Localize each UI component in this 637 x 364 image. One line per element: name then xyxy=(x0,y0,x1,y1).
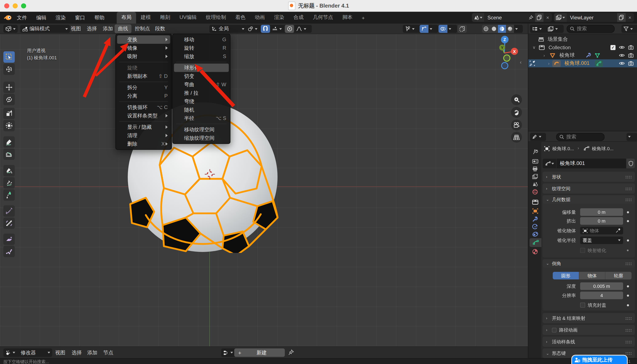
outliner-row-mesh-object[interactable]: › 棱角球 xyxy=(528,51,637,59)
shading-solid-button[interactable] xyxy=(490,25,498,33)
tab-texture-paint[interactable]: 纹理绘制 xyxy=(201,12,231,24)
new-viewlayer-copy-icon[interactable] xyxy=(617,13,626,22)
tool-rotate[interactable] xyxy=(3,94,15,105)
taper-object-field[interactable]: 物体 xyxy=(580,227,623,234)
menu-item-spin[interactable]: 旋绕 xyxy=(116,64,171,72)
panel-grip[interactable] xyxy=(625,340,631,343)
gizmo-toggle[interactable] xyxy=(419,25,429,33)
shading-dropdown[interactable] xyxy=(514,25,523,33)
panel-bevel-header[interactable]: ⌄倒角 xyxy=(543,259,635,268)
menu-item-scale[interactable]: 缩放S xyxy=(173,52,230,60)
panel-grip[interactable] xyxy=(625,317,631,320)
panel-grip[interactable] xyxy=(625,262,631,265)
menu-add[interactable]: 添加 xyxy=(99,24,116,34)
tool-randomize[interactable] xyxy=(3,246,15,257)
menu-edit[interactable]: 编辑 xyxy=(32,12,51,24)
menu-item-shear[interactable]: 切变 xyxy=(173,72,230,80)
panel-grip[interactable] xyxy=(625,352,631,355)
tab-shading[interactable]: 着色 xyxy=(231,12,250,24)
menu-control-points[interactable]: 控制点 xyxy=(131,24,153,34)
menu-segments[interactable]: 段数 xyxy=(152,24,168,34)
depth-field[interactable]: 0.005 m xyxy=(580,282,623,290)
gizmo-dropdown[interactable] xyxy=(429,25,438,33)
viewport-canvas[interactable]: 用户透视 (1) 棱角球.001 ‹ Z Y X xyxy=(0,34,528,346)
menu-item-move-texture-space[interactable]: 移动纹理空间 xyxy=(173,126,230,134)
bevel-mode-round[interactable]: 圆形 xyxy=(553,272,579,280)
tool-transform[interactable] xyxy=(3,120,15,131)
viewlayer-icon[interactable] xyxy=(554,13,567,22)
menu-item-toggle-cyclic[interactable]: 切换循环⌥ C xyxy=(116,103,171,112)
mesh-expand-arrow[interactable]: › xyxy=(543,53,545,58)
transform-orientation-dropdown[interactable]: 全局 xyxy=(209,25,247,33)
pan-view-button[interactable] xyxy=(511,107,522,118)
mesh-object-label[interactable]: 棱角球 xyxy=(559,52,575,59)
remove-viewlayer-icon[interactable]: × xyxy=(626,13,634,22)
menu-view[interactable]: 视图 xyxy=(67,24,84,34)
tab-compositing[interactable]: 合成 xyxy=(289,12,308,24)
menu-item-rotate[interactable]: 旋转R xyxy=(173,44,230,52)
panel-start-end-mapping[interactable]: ›开始 & 结束映射 xyxy=(543,313,635,323)
properties-options-dropdown[interactable] xyxy=(626,133,637,141)
proportional-editing-toggle[interactable] xyxy=(285,25,294,33)
outliner-row-collection[interactable]: ∨ Collection ✓ xyxy=(528,43,637,51)
hide-eye-icon[interactable] xyxy=(619,46,625,49)
animate-dot-icon[interactable] xyxy=(627,250,628,251)
tool-tilt[interactable] xyxy=(3,218,15,229)
breadcrumb-object-name[interactable]: 棱角球.0... xyxy=(552,146,574,152)
navigation-gizmo[interactable]: Z Y X xyxy=(485,35,525,75)
viewlayer-selector[interactable]: ViewLayer × xyxy=(554,13,634,22)
proportional-falloff-dropdown[interactable] xyxy=(294,25,312,33)
outliner-search-input[interactable]: 搜索 xyxy=(567,25,615,33)
overlays-toggle[interactable] xyxy=(439,25,448,33)
menu-item-show-hide[interactable]: 显示 / 隐藏 xyxy=(116,123,171,131)
tab-rendering[interactable]: 渲染 xyxy=(269,12,289,24)
panel-texture-space[interactable]: ›纹理空间 xyxy=(543,184,635,194)
tab-modeling[interactable]: 建模 xyxy=(136,12,155,24)
tool-measure[interactable] xyxy=(3,148,15,160)
footer-menu-node[interactable]: 节点 xyxy=(100,347,117,358)
data-name-field[interactable]: 棱角球.001 xyxy=(557,159,626,168)
menu-item-separate[interactable]: 分离P xyxy=(116,92,171,100)
pivot-point-dropdown[interactable] xyxy=(246,25,263,33)
taper-radius-dropdown[interactable]: 覆盖 xyxy=(580,236,623,244)
menu-item-delete[interactable]: 删除X xyxy=(116,140,171,148)
menu-item-radius[interactable]: 半径⌥ S xyxy=(173,114,230,122)
pin-node-tree-icon[interactable] xyxy=(288,349,294,356)
footer-menu-view[interactable]: 视图 xyxy=(52,347,69,358)
tool-shear[interactable] xyxy=(3,234,15,245)
tab-sculpting[interactable]: 雕刻 xyxy=(155,12,175,24)
tab-material-icon[interactable] xyxy=(530,247,541,256)
animate-dot-icon[interactable] xyxy=(627,285,629,287)
menu-item-set-spline-type[interactable]: 设置样条类型 xyxy=(116,112,171,120)
menu-curve[interactable]: 曲线 xyxy=(115,24,131,33)
render-camera-icon[interactable] xyxy=(628,61,634,66)
tab-constraints-icon[interactable] xyxy=(530,230,541,238)
offset-field[interactable]: 0 m xyxy=(580,208,623,216)
tab-layout[interactable]: 布局 xyxy=(117,12,136,24)
xray-toggle[interactable] xyxy=(458,25,467,33)
tab-geometry-nodes[interactable]: 几何节点 xyxy=(308,12,338,24)
curve-expand-arrow[interactable]: › xyxy=(548,61,550,66)
tab-scripting[interactable]: 脚本 xyxy=(338,12,357,24)
shading-material-button[interactable] xyxy=(498,25,506,33)
edit-mode-indicator-icon[interactable] xyxy=(530,60,535,66)
menu-item-cleanup[interactable]: 清理 xyxy=(116,131,171,140)
curve-data-dropdown[interactable] xyxy=(543,159,556,168)
orthographic-toggle-button[interactable] xyxy=(511,132,522,143)
tab-collection-icon[interactable] xyxy=(530,198,541,206)
tab-world-icon[interactable] xyxy=(530,187,541,196)
menu-window[interactable]: 窗口 xyxy=(70,12,90,24)
tool-curve-pen[interactable] xyxy=(3,177,15,188)
modifier-dropdown[interactable]: 修改器 xyxy=(19,348,52,357)
upload-overlay-button[interactable]: 拖拽至此上传 xyxy=(572,356,627,364)
scene-collection-label[interactable]: 场景集合 xyxy=(548,36,568,43)
tab-uv-editing[interactable]: UV编辑 xyxy=(175,12,201,24)
tab-tool-icon[interactable] xyxy=(530,147,541,156)
mode-dropdown[interactable]: 编辑模式 xyxy=(20,25,70,33)
new-node-tree-button[interactable]: + 新建 xyxy=(234,348,285,357)
menu-item-snap[interactable]: 吸附 xyxy=(116,52,171,60)
bottom-editor-type-button[interactable] xyxy=(3,348,20,357)
tab-animation[interactable]: 动画 xyxy=(250,12,269,24)
outliner-row-curve-object-selected[interactable]: › 棱角球.001 xyxy=(528,59,637,67)
menu-select[interactable]: 选择 xyxy=(83,24,100,34)
